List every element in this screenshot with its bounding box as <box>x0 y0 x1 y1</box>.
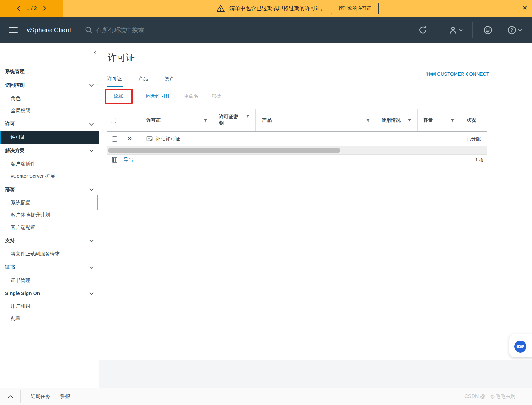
app-title: vSphere Client <box>27 26 71 34</box>
feedback-smiley-button[interactable] <box>478 25 497 35</box>
divider <box>20 390 21 403</box>
alarms-button[interactable]: 警报 <box>60 393 70 400</box>
sidebar-group-access-control[interactable]: 访问控制 <box>0 78 99 92</box>
sidebar-collapse-icon[interactable]: ‹ <box>94 49 96 56</box>
sidebar-group-single-sign-on[interactable]: Single Sign On <box>0 287 99 300</box>
filter-icon[interactable] <box>450 118 455 122</box>
tab-bar: 许可证 产品 资产 <box>107 74 175 87</box>
table-header-row: 许可证 许可证密钥 产品 使用情况 容量 状况 <box>107 109 487 132</box>
banner-pager: 1 / 2 <box>0 0 63 17</box>
sidebar-scrollbar-thumb[interactable] <box>97 195 98 210</box>
app-header: vSphere Client <box>0 17 532 43</box>
warning-icon <box>216 4 225 13</box>
global-search[interactable] <box>85 26 402 34</box>
tab-assets[interactable]: 资产 <box>164 74 175 87</box>
sidebar-group-certificates[interactable]: 证书 <box>0 260 99 274</box>
add-button[interactable]: 添加 <box>114 93 124 99</box>
column-settings-icon[interactable] <box>112 157 117 163</box>
close-icon[interactable]: ✕ <box>522 4 528 11</box>
capacity-value: -- <box>417 132 460 146</box>
export-button[interactable]: 导出 <box>124 156 133 163</box>
chevron-down-icon <box>89 187 94 191</box>
filter-icon[interactable] <box>366 118 370 122</box>
expand-row-icon[interactable]: » <box>128 134 132 142</box>
column-header-usage[interactable]: 使用情况 <box>382 117 401 123</box>
content-background <box>99 360 532 388</box>
remove-button[interactable]: 移除 <box>212 93 222 100</box>
sidebar-item-configuration[interactable]: 配置 <box>0 312 99 325</box>
filter-icon[interactable] <box>246 114 250 119</box>
browser-extension-floating-button[interactable] <box>509 334 532 357</box>
sidebar-item-system-configuration[interactable]: 系统配置 <box>0 197 99 209</box>
recent-tasks-button[interactable]: 近期任务 <box>31 393 50 400</box>
sidebar-item-users-and-groups[interactable]: 用户和组 <box>0 300 99 312</box>
column-header-license[interactable]: 许可证 <box>146 117 161 123</box>
sync-licenses-button[interactable]: 同步许可证 <box>146 93 171 100</box>
search-input[interactable] <box>96 27 229 34</box>
header-divider <box>438 22 438 38</box>
row-checkbox[interactable] <box>112 136 117 142</box>
page-title: 许可证 <box>108 52 135 64</box>
help-menu-button[interactable]: ? <box>502 25 526 35</box>
chevron-down-icon <box>89 291 94 295</box>
banner-prev-icon[interactable] <box>17 6 22 11</box>
horizontal-scrollbar-thumb[interactable] <box>108 148 340 153</box>
manage-licenses-button[interactable]: 管理您的许可证 <box>331 3 379 14</box>
sidebar-item-ceip[interactable]: 客户体验提升计划 <box>0 209 99 221</box>
licenses-table: 许可证 许可证密钥 产品 使用情况 容量 状况 » <box>107 109 487 165</box>
sidebar-item-upload-file-to-sr[interactable]: 将文件上载到服务请求 <box>0 248 99 260</box>
sidebar-item-client-plugins[interactable]: 客户端插件 <box>0 158 99 170</box>
sidebar-group-solutions[interactable]: 解决方案 <box>0 144 99 158</box>
license-name[interactable]: 评估许可证 <box>156 136 180 142</box>
license-doc-icon <box>146 136 153 142</box>
sidebar-group-licensing[interactable]: 许可 <box>0 117 99 131</box>
column-header-status[interactable]: 状况 <box>467 117 476 123</box>
table-row: » 评估许可证 -- -- -- -- 已分配 <box>107 132 487 146</box>
tab-products[interactable]: 产品 <box>138 74 149 87</box>
banner-page-indicator: 1 / 2 <box>26 5 37 12</box>
action-bar: 添加 同步许可证 重命名 移除 <box>105 89 222 104</box>
sidebar-item-vcenter-extensions[interactable]: vCenter Server 扩展 <box>0 170 99 182</box>
expand-panel-icon[interactable] <box>8 395 13 400</box>
column-header-product[interactable]: 产品 <box>262 117 272 123</box>
column-header-license-key[interactable]: 许可证密钥 <box>219 114 241 126</box>
sidebar-item-licenses[interactable]: 许可证 <box>0 131 99 144</box>
sidebar-group-deployment[interactable]: 部署 <box>0 182 99 197</box>
chevron-down-icon <box>89 238 94 242</box>
search-icon <box>85 26 93 34</box>
horizontal-scrollbar[interactable] <box>107 146 487 154</box>
main-content: 许可证 转到 CUSTOMER CONNECT 许可证 产品 资产 添加 同步许… <box>99 43 532 360</box>
rename-button[interactable]: 重命名 <box>184 93 199 100</box>
banner-message: 清单中包含已过期或即将过期的许可证。 <box>229 5 326 12</box>
divider <box>99 86 532 86</box>
hamburger-menu-icon[interactable] <box>9 25 18 35</box>
sidebar-item-global-permissions[interactable]: 全局权限 <box>0 105 99 117</box>
extension-icon <box>514 340 527 353</box>
user-menu-button[interactable] <box>444 25 467 35</box>
sidebar-item-roles[interactable]: 角色 <box>0 92 99 105</box>
header-divider <box>408 22 408 38</box>
chevron-down-icon <box>89 121 94 126</box>
chevron-down-icon <box>459 28 462 31</box>
sidebar-nav: ‹ 系统管理 访问控制 角色 全局权限 许可 许可证 解决方案 客户端插件 vC… <box>0 43 99 388</box>
svg-text:?: ? <box>511 28 513 33</box>
sidebar-group-support[interactable]: 支持 <box>0 234 99 248</box>
sidebar-item-client-configuration[interactable]: 客户端配置 <box>0 221 99 234</box>
item-count: 1 项 <box>475 157 484 163</box>
add-button-highlight: 添加 <box>105 89 133 104</box>
customer-connect-link[interactable]: 转到 CUSTOMER CONNECT <box>426 71 489 77</box>
refresh-button[interactable] <box>414 25 432 35</box>
sidebar-title-administration: 系统管理 <box>0 64 99 78</box>
filter-icon[interactable] <box>407 118 412 122</box>
select-all-checkbox[interactable] <box>111 118 116 123</box>
filter-icon[interactable] <box>203 118 208 122</box>
chevron-down-icon <box>89 83 94 87</box>
sidebar-item-certificate-management[interactable]: 证书管理 <box>0 274 99 287</box>
banner-next-icon[interactable] <box>41 6 46 11</box>
tab-licenses[interactable]: 许可证 <box>107 74 123 87</box>
chevron-down-icon <box>518 28 522 31</box>
watermark-text: CSDN @一条毛毛虫啊 <box>464 393 516 400</box>
column-header-capacity[interactable]: 容量 <box>423 117 433 123</box>
license-key-value: -- <box>213 132 255 146</box>
header-divider <box>472 22 473 38</box>
